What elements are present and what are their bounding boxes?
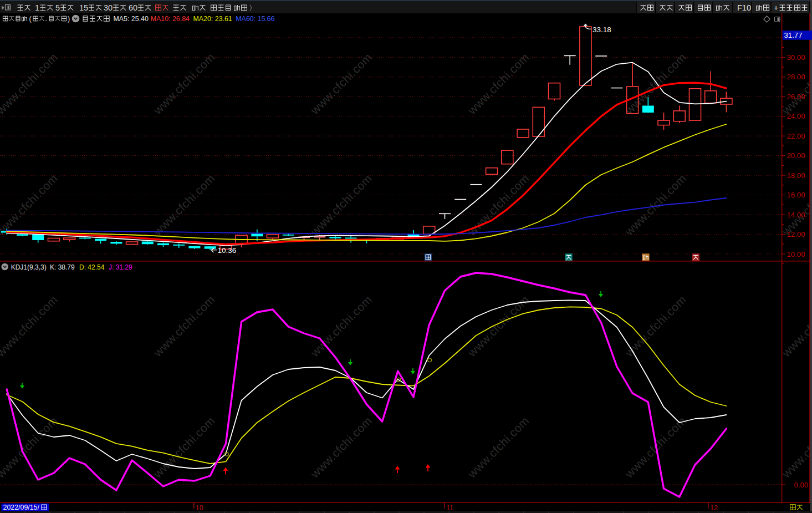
svg-text:14.00: 14.00 (787, 211, 805, 219)
svg-text:): ) (68, 15, 70, 23)
svg-text:K: 38.79: K: 38.79 (50, 263, 75, 271)
svg-text:D: 42.54: D: 42.54 (79, 263, 105, 271)
svg-text:MA5: 25.40: MA5: 25.40 (114, 15, 149, 23)
svg-text:10.00: 10.00 (787, 250, 805, 258)
svg-text:1: 1 (35, 3, 39, 12)
svg-text:28.00: 28.00 (787, 73, 805, 81)
svg-text:18.00: 18.00 (787, 171, 805, 180)
svg-text:MA60: 15.66: MA60: 15.66 (236, 15, 274, 23)
svg-text:KDJ1(9,3,3): KDJ1(9,3,3) (11, 263, 47, 271)
svg-text:J: 31.29: J: 31.29 (109, 263, 132, 271)
svg-text:20.00: 20.00 (787, 151, 805, 160)
svg-text:F10: F10 (737, 3, 751, 12)
svg-text:+: + (774, 3, 778, 12)
svg-text:24.00: 24.00 (787, 112, 805, 120)
svg-text:11: 11 (446, 504, 453, 512)
svg-text:0.00: 0.00 (794, 481, 809, 489)
svg-text:31.77: 31.77 (784, 31, 803, 39)
svg-text:12.00: 12.00 (787, 230, 805, 238)
svg-text:10: 10 (196, 504, 203, 512)
svg-text:MA20: 23.61: MA20: 23.61 (193, 15, 232, 23)
svg-text:12: 12 (710, 504, 718, 512)
svg-text:MA10: 26.84: MA10: 26.84 (151, 15, 190, 23)
svg-text:30: 30 (104, 3, 113, 12)
svg-text:.: . (45, 15, 47, 23)
svg-text:16.00: 16.00 (787, 191, 805, 199)
svg-text:22.00: 22.00 (787, 132, 805, 140)
svg-text:5: 5 (55, 3, 60, 12)
svg-text:30.00: 30.00 (787, 53, 805, 62)
svg-text:15: 15 (79, 3, 88, 12)
svg-text:〉: 〉 (249, 4, 256, 12)
svg-text:60: 60 (129, 3, 137, 12)
svg-text:26.00: 26.00 (787, 93, 805, 101)
svg-text:2022/09/15/: 2022/09/15/ (3, 504, 40, 511)
svg-text:10.36: 10.36 (218, 246, 237, 255)
svg-text:33.18: 33.18 (593, 26, 611, 34)
